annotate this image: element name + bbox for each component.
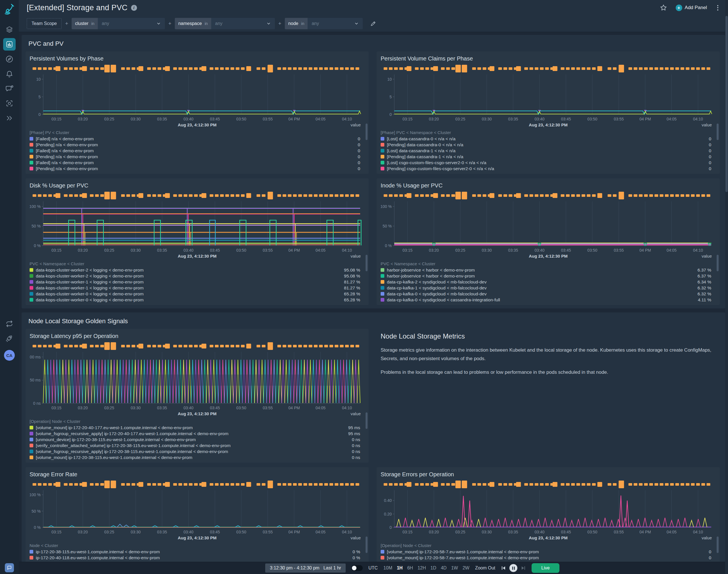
- legend-row[interactable]: [volume_mount] ip-172-20-58-7.eu-west-1.…: [381, 555, 716, 561]
- sidebar-expand-button[interactable]: [3, 112, 15, 124]
- legend-scrollbar[interactable]: [366, 412, 368, 429]
- legend-swatch: [381, 280, 384, 284]
- preset-1H[interactable]: 1H: [397, 566, 403, 571]
- timeseries-chart[interactable]: 100 ms50 ms0 ns03:1503:2003:2503:3003:35…: [30, 342, 365, 411]
- svg-text:03:15: 03:15: [51, 117, 62, 121]
- sidebar-item-getting-started[interactable]: [3, 332, 15, 345]
- preset-10M[interactable]: 10M: [383, 566, 392, 571]
- timeseries-chart[interactable]: 100 %50 %0 %03:1503:2003:2503:3003:3503:…: [30, 480, 365, 535]
- legend-row[interactable]: [Failed] n/a < demo-env-prom0: [30, 148, 365, 154]
- preset-4D[interactable]: 4D: [441, 566, 447, 571]
- legend-value: 0: [709, 136, 716, 141]
- legend-row[interactable]: data-kops-cluster-worker-2 < logging < d…: [30, 267, 365, 273]
- preset-6H[interactable]: 6H: [407, 566, 413, 571]
- legend-scrollbar[interactable]: [717, 255, 719, 271]
- legend-row[interactable]: [Pending] csgo-custom-files-csgo-server2…: [381, 166, 716, 171]
- legend-row[interactable]: [Lost] data-cassandra-1 < n/a < n/a0: [381, 148, 716, 154]
- legend-scrollbar[interactable]: [717, 536, 719, 553]
- legend-row[interactable]: [Pending] n/a < demo-env-prom0: [30, 166, 365, 171]
- legend-label: [volume_fsgroup_recursive_apply] ip-172-…: [36, 449, 352, 454]
- info-icon[interactable]: i: [131, 5, 137, 11]
- legend-row[interactable]: data-cp-kafka-1 < sysdigcloud < mb-falco…: [381, 285, 716, 291]
- utc-toggle[interactable]: [351, 565, 363, 571]
- timeseries-chart[interactable]: 100 %50 %0 %03:1503:2003:2503:3003:3503:…: [381, 191, 716, 254]
- panel-disk-usage-per-pvc[interactable]: Disk % Usage per PVC 100 %50 %0 %03:1503…: [26, 178, 369, 305]
- legend-row[interactable]: [verify_controller_attached_volume] ip-1…: [30, 443, 365, 448]
- panel-storage-errors-per-operation[interactable]: Storage Errors per Operation 0.400.20003…: [377, 467, 720, 562]
- sidebar-item-captures[interactable]: [3, 97, 15, 110]
- legend-row[interactable]: data-cp-kafka-0 < sysdigcloud < mb-falco…: [381, 291, 716, 297]
- page-scrollbar-thumb[interactable]: [725, 16, 728, 192]
- time-range-display[interactable]: 3:12:30 pm - 4:12:30 pm Last 1 hr: [265, 564, 346, 573]
- legend-scrollbar[interactable]: [366, 124, 368, 140]
- legend-row[interactable]: data-kops-cluster-worker-1 < logging < d…: [30, 285, 365, 291]
- dashboard-menu-button[interactable]: [716, 5, 720, 11]
- page-scrollbar[interactable]: [725, 0, 728, 574]
- sidebar-item-sync[interactable]: [3, 318, 15, 330]
- legend-row[interactable]: [volume_fsgroup_recursive_apply] ip-172-…: [30, 430, 365, 437]
- favorite-star-icon[interactable]: [660, 4, 667, 11]
- sidebar-item-events[interactable]: [3, 82, 15, 95]
- filter-chip-cluster[interactable]: clusterin any: [72, 18, 165, 29]
- legend-row[interactable]: [volume_mount] ip-172-20-40-177.eu-west-…: [30, 424, 365, 430]
- legend-row[interactable]: ip-172-20-38-115.eu-west-1.compute.inter…: [30, 549, 365, 555]
- panel-inode-usage-per-pvc[interactable]: Inode % Usage per PVC 100 %50 %0 %03:150…: [377, 178, 720, 305]
- legend-row[interactable]: [Pending] n/a < demo-env-prom0: [30, 142, 365, 148]
- legend-value: 0 ns: [352, 449, 365, 454]
- legend-scrollbar[interactable]: [717, 124, 719, 140]
- edit-scope-button[interactable]: [370, 20, 376, 27]
- legend-row[interactable]: [volume_fsgroup_recursive_apply] ip-172-…: [30, 448, 365, 454]
- legend-row[interactable]: [volume_mount] ip-172-20-38-115.eu-west-…: [30, 454, 365, 460]
- panel-persistent-volume-claims-per-phase[interactable]: Persistent Volume Claims per Phase 10500…: [377, 51, 720, 174]
- legend-row[interactable]: [Failed] n/a < demo-env-prom0: [30, 160, 365, 166]
- filter-chip-node[interactable]: nodein any: [285, 18, 363, 29]
- panel-persistent-volumes-by-phase[interactable]: Persistent Volumes by Phase 105003:1503:…: [26, 51, 369, 174]
- sidebar-item-dashboards[interactable]: [3, 38, 15, 50]
- legend-row[interactable]: data-cp-kafka-2 < sysdigcloud < mb-falco…: [381, 279, 716, 285]
- legend-row[interactable]: data-cp-kafka-0 < sysdigcloud < cassandr…: [381, 297, 716, 303]
- team-scope-button[interactable]: Team Scope: [27, 18, 62, 29]
- legend-row[interactable]: data-kops-cluster-worker-0 < logging < d…: [30, 291, 365, 297]
- legend-row[interactable]: [Lost] csgo-custom-files-csgo-server2-0 …: [381, 160, 716, 166]
- skip-forward-button[interactable]: [520, 565, 526, 571]
- preset-2W[interactable]: 2W: [462, 566, 469, 571]
- legend-row[interactable]: [Pending] data-cassandra-1 < n/a < n/a0: [381, 154, 716, 160]
- sidebar-item-explore[interactable]: [3, 23, 15, 36]
- legend-row[interactable]: ip-172-20-40-118.eu-west-1.compute.inter…: [30, 555, 365, 561]
- legend-scrollbar[interactable]: [366, 536, 368, 553]
- legend-row[interactable]: [Lost] data-cassandra-0 < n/a < n/a0: [381, 136, 716, 142]
- user-avatar[interactable]: CA: [4, 350, 15, 361]
- legend-row[interactable]: data-kops-cluster-worker-2 < logging < d…: [30, 273, 365, 279]
- svg-text:04:05: 04:05: [315, 248, 325, 252]
- panel-storage-latency-p95[interactable]: Storage Latency p95 per Operation 100 ms…: [26, 329, 369, 463]
- timeseries-chart[interactable]: 105003:1503:2003:2503:3003:3503:4003:450…: [381, 64, 716, 122]
- timeseries-chart[interactable]: 100 %50 %0 %03:1503:2003:2503:3003:3503:…: [30, 191, 365, 254]
- legend-row[interactable]: data-kops-cluster-worker-1 < logging < d…: [30, 279, 365, 285]
- live-button[interactable]: Live: [532, 563, 559, 573]
- legend-row[interactable]: data-kops-cluster-worker-0 < logging < d…: [30, 297, 365, 303]
- panel-storage-error-rate[interactable]: Storage Error Rate 100 %50 %0 %03:1503:2…: [26, 467, 369, 562]
- support-chat-button[interactable]: [5, 563, 14, 572]
- preset-1W[interactable]: 1W: [451, 566, 458, 571]
- sidebar-item-advisor[interactable]: [3, 53, 15, 65]
- sidebar-item-alerts[interactable]: [3, 68, 15, 80]
- legend-row[interactable]: [volume_mount] ip-172-20-58-7.eu-west-1.…: [381, 549, 716, 555]
- timeseries-chart[interactable]: 0.400.20003:1503:2003:2503:3003:3503:400…: [381, 480, 716, 535]
- legend-row[interactable]: harbor-jobservice < harbor < demo-env-pr…: [381, 273, 716, 279]
- legend-row[interactable]: [Failed] n/a < demo-env-prom0: [30, 136, 365, 142]
- preset-1D[interactable]: 1D: [430, 566, 436, 571]
- preset-12H[interactable]: 12H: [418, 566, 426, 571]
- sysdig-logo-icon[interactable]: [4, 3, 15, 16]
- legend-label: [unmount_device] ip-172-20-38-115.eu-wes…: [36, 437, 352, 442]
- legend-row[interactable]: [Pending] data-cassandra-0 < n/a < n/a0: [381, 142, 716, 148]
- legend-row[interactable]: [unmount_device] ip-172-20-38-115.eu-wes…: [30, 437, 365, 443]
- filter-chip-namespace[interactable]: namespacein any: [175, 18, 275, 29]
- legend-row[interactable]: [Pending] n/a < demo-env-prom0: [30, 154, 365, 160]
- timeseries-chart[interactable]: 105003:1503:2003:2503:3003:3503:4003:450…: [30, 64, 365, 122]
- pause-button[interactable]: [509, 564, 518, 572]
- skip-back-button[interactable]: [501, 565, 506, 571]
- zoom-out-button[interactable]: Zoom Out: [475, 566, 495, 571]
- legend-row[interactable]: harbor-jobservice < harbor < demo-env-pr…: [381, 267, 716, 273]
- legend-scrollbar[interactable]: [366, 255, 368, 271]
- add-panel-button[interactable]: + Add Panel: [676, 5, 707, 11]
